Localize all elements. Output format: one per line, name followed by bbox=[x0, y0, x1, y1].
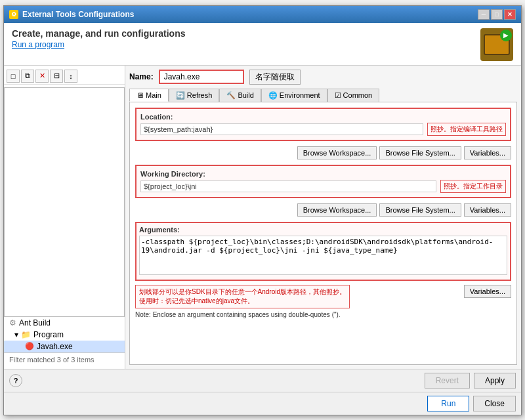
header-text: Create, manage, and run configurations R… bbox=[12, 28, 186, 49]
close-window-button[interactable]: ✕ bbox=[504, 9, 516, 20]
tab-common[interactable]: ☑ Common bbox=[327, 89, 380, 102]
arguments-annotations: 划线部分可以是你SDK目录下的任意一个Android版本路径，其他照抄。 使用时… bbox=[135, 285, 459, 319]
header-section: Create, manage, and run configurations R… bbox=[4, 23, 521, 66]
title-bar: ⚙ External Tools Configurations ─ □ ✕ bbox=[4, 6, 521, 23]
refresh-tab-label: Refresh bbox=[187, 91, 213, 99]
location-browse-workspace-button[interactable]: Browse Workspace... bbox=[297, 146, 377, 159]
workdir-variables-button[interactable]: Variables... bbox=[464, 203, 511, 217]
arguments-note: Note: Enclose an argument containing spa… bbox=[135, 311, 341, 318]
tab-content: Location: 照抄。指定编译工具路径 Browse Workspace..… bbox=[129, 102, 517, 365]
name-row: Name: 名字随便取 bbox=[129, 70, 517, 85]
location-variables-button[interactable]: Variables... bbox=[464, 146, 511, 159]
tabs: 🖥 Main 🔄 Refresh 🔨 Build 🌐 Environment ☑ bbox=[129, 89, 517, 102]
tab-environment[interactable]: 🌐 Environment bbox=[261, 89, 327, 102]
environment-tab-icon: 🌐 bbox=[268, 91, 278, 100]
name-label: Name: bbox=[129, 72, 154, 81]
name-input[interactable] bbox=[159, 70, 244, 84]
run-button[interactable]: Run bbox=[427, 396, 469, 411]
environment-tab-label: Environment bbox=[280, 91, 320, 99]
revert-button[interactable]: Revert bbox=[425, 373, 470, 388]
arguments-textarea[interactable]: -classpath ${project_loc}\bin\classes;D:… bbox=[139, 236, 507, 275]
working-dir-btn-row: Browse Workspace... Browse File System..… bbox=[135, 203, 511, 217]
bottom-bar: ? Revert Apply bbox=[4, 369, 521, 392]
common-tab-label: Common bbox=[343, 91, 373, 99]
tab-refresh[interactable]: 🔄 Refresh bbox=[169, 89, 220, 102]
program-label: Program bbox=[33, 330, 64, 339]
help-button[interactable]: ? bbox=[9, 374, 22, 387]
location-btn-row: Browse Workspace... Browse File System..… bbox=[135, 146, 511, 159]
working-dir-group: Working Directory: 照抄。指定工作目录 bbox=[135, 165, 511, 198]
close-button[interactable]: Close bbox=[473, 396, 516, 411]
play-badge-icon: ▶ bbox=[500, 30, 512, 41]
sidebar-toolbar: □ ⧉ ✕ ⊟ ↕ bbox=[4, 68, 125, 85]
antbuild-label: Ant Build bbox=[19, 318, 51, 327]
copy-config-button[interactable]: ⧉ bbox=[21, 70, 34, 83]
main-window: ⚙ External Tools Configurations ─ □ ✕ Cr… bbox=[3, 5, 522, 415]
location-group: Location: 照抄。指定编译工具路径 bbox=[135, 108, 511, 141]
new-config-button[interactable]: □ bbox=[7, 70, 20, 83]
main-tab-icon: 🖥 bbox=[136, 91, 144, 99]
move-button[interactable]: ↕ bbox=[64, 70, 77, 83]
sidebar: □ ⧉ ✕ ⊟ ↕ ⚙ Ant Build ▾ 📁 Program 🔴 Java… bbox=[4, 66, 125, 369]
annotation-zh-1: 划线部分可以是你SDK目录下的任意一个Android版本路径，其他照抄。 bbox=[139, 287, 346, 297]
delete-config-button[interactable]: ✕ bbox=[35, 70, 49, 83]
triangle-icon: ▾ bbox=[14, 330, 18, 339]
arguments-variables-button[interactable]: Variables... bbox=[464, 285, 511, 298]
sidebar-item-program[interactable]: ▾ 📁 Program bbox=[4, 329, 125, 341]
file-icon: 🔴 bbox=[25, 342, 34, 350]
title-bar-left: ⚙ External Tools Configurations bbox=[9, 10, 134, 19]
arguments-notes-row: 划线部分可以是你SDK目录下的任意一个Android版本路径，其他照抄。 使用时… bbox=[135, 285, 511, 319]
workdir-browse-filesystem-button[interactable]: Browse File System... bbox=[379, 203, 461, 217]
tab-build[interactable]: 🔨 Build bbox=[219, 89, 261, 102]
javahexe-label: Javah.exe bbox=[37, 342, 73, 351]
header-title: Create, manage, and run configurations bbox=[12, 28, 186, 39]
location-label: Location: bbox=[140, 113, 506, 121]
action-buttons: Revert Apply bbox=[425, 373, 516, 388]
sidebar-item-javahexe[interactable]: 🔴 Javah.exe bbox=[4, 341, 125, 352]
working-dir-input[interactable] bbox=[140, 180, 436, 192]
sidebar-search-input[interactable] bbox=[4, 87, 125, 317]
title-buttons: ─ □ ✕ bbox=[478, 9, 516, 20]
build-tab-label: Build bbox=[238, 91, 253, 99]
collapse-button[interactable]: ⊟ bbox=[50, 70, 63, 83]
build-tab-icon: 🔨 bbox=[226, 91, 236, 100]
tab-main[interactable]: 🖥 Main bbox=[129, 89, 169, 102]
arguments-label: Arguments: bbox=[139, 226, 507, 234]
workdir-browse-workspace-button[interactable]: Browse Workspace... bbox=[297, 203, 377, 217]
folder-icon: 📁 bbox=[21, 330, 31, 339]
common-tab-icon: ☑ bbox=[335, 91, 341, 100]
window-icon: ⚙ bbox=[9, 10, 18, 19]
sidebar-item-antbuild[interactable]: ⚙ Ant Build bbox=[4, 317, 125, 329]
main-tab-label: Main bbox=[146, 91, 161, 99]
location-input[interactable] bbox=[140, 123, 423, 135]
minimize-button[interactable]: ─ bbox=[478, 9, 490, 20]
random-name-button[interactable]: 名字随便取 bbox=[249, 70, 301, 85]
sidebar-status: Filter matched 3 of 3 items bbox=[4, 352, 125, 366]
location-browse-filesystem-button[interactable]: Browse File System... bbox=[379, 146, 461, 159]
main-content: □ ⧉ ✕ ⊟ ↕ ⚙ Ant Build ▾ 📁 Program 🔴 Java… bbox=[4, 66, 521, 369]
working-dir-label: Working Directory: bbox=[140, 170, 506, 178]
header-icon: ▶ bbox=[480, 28, 513, 61]
run-program-link[interactable]: Run a program bbox=[12, 40, 186, 49]
run-close-bar: Run Close bbox=[4, 392, 521, 415]
window-title: External Tools Configurations bbox=[22, 10, 134, 19]
apply-button[interactable]: Apply bbox=[474, 373, 516, 388]
annotation-zh-2: 使用时：切记先选中native的java文件。 bbox=[139, 297, 346, 306]
right-panel: Name: 名字随便取 🖥 Main 🔄 Refresh 🔨 Build bbox=[125, 66, 521, 369]
help-btn-area: ? bbox=[9, 374, 22, 387]
gear-icon: ⚙ bbox=[9, 318, 16, 327]
arguments-group: Arguments: -classpath ${project_loc}\bin… bbox=[135, 222, 511, 281]
location-annotation: 照抄。指定编译工具路径 bbox=[427, 123, 506, 136]
working-dir-annotation: 照抄。指定工作目录 bbox=[440, 180, 506, 193]
refresh-tab-icon: 🔄 bbox=[176, 91, 185, 100]
maximize-button[interactable]: □ bbox=[491, 9, 503, 20]
